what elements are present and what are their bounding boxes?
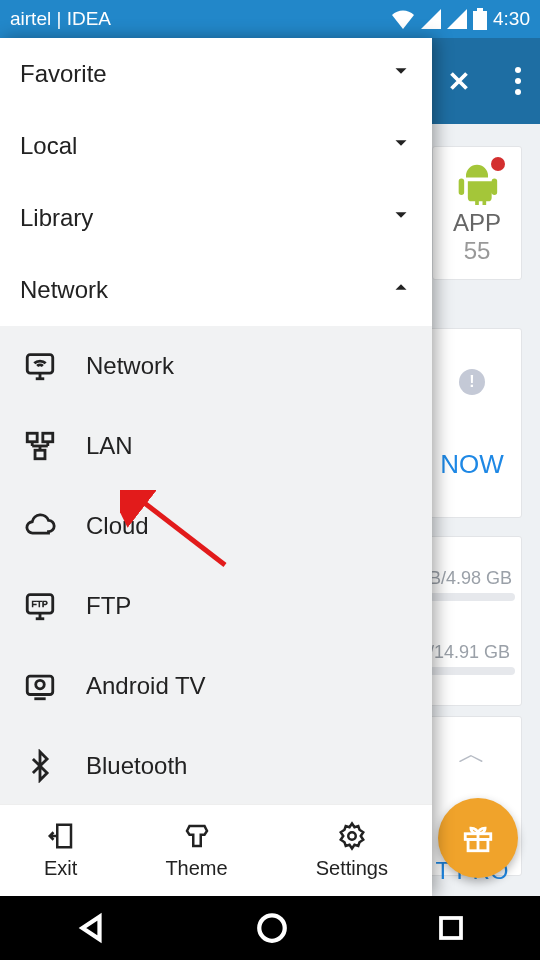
app-card[interactable]: APP 55: [432, 146, 522, 280]
drawer-bottom-bar: Exit Theme Settings: [0, 804, 432, 896]
svg-rect-0: [473, 11, 487, 30]
section-label: Network: [20, 276, 108, 304]
network-item-bluetooth[interactable]: Bluetooth: [0, 726, 432, 804]
item-label: LAN: [86, 432, 133, 460]
chevron-down-icon: [390, 132, 412, 160]
network-item-network[interactable]: Network: [0, 326, 432, 406]
drawer-section-favorite[interactable]: Favorite: [0, 38, 432, 110]
chevron-up-icon: [390, 276, 412, 304]
exit-button[interactable]: Exit: [44, 821, 77, 880]
svg-rect-25: [57, 825, 71, 848]
wifi-icon: [391, 9, 415, 29]
drawer-section-local[interactable]: Local: [0, 110, 432, 182]
exit-icon: [46, 821, 76, 851]
network-item-androidtv[interactable]: Android TV: [0, 646, 432, 726]
drawer-section-network[interactable]: Network: [0, 254, 432, 326]
gift-icon: [461, 821, 495, 855]
chevron-down-icon: [390, 60, 412, 88]
item-label: Android TV: [86, 672, 206, 700]
storage-card[interactable]: B/4.98 GB /14.91 GB: [422, 536, 522, 706]
tv-icon: [22, 668, 58, 704]
svg-rect-13: [35, 450, 45, 459]
settings-button[interactable]: Settings: [316, 821, 388, 880]
network-monitor-icon: [22, 348, 58, 384]
theme-button[interactable]: Theme: [165, 821, 227, 880]
back-button[interactable]: [74, 911, 108, 945]
gear-icon: [337, 821, 367, 851]
section-label: Local: [20, 132, 77, 160]
chevron-up-icon: ︿: [458, 735, 486, 773]
storage-total-2: /14.91 GB: [429, 642, 510, 662]
overflow-icon[interactable]: [514, 66, 522, 96]
bluetooth-icon: [22, 748, 58, 784]
now-text: NOW: [440, 449, 504, 480]
chevron-down-icon: [390, 204, 412, 232]
network-sublist: Network LAN Cloud FTP FTP Android TV: [0, 326, 432, 804]
signal-icon: [447, 9, 467, 29]
clock-text: 4:30: [493, 8, 530, 30]
item-label: Cloud: [86, 512, 149, 540]
svg-point-26: [348, 832, 356, 840]
drawer-section-library[interactable]: Library: [0, 182, 432, 254]
cloud-icon: [22, 508, 58, 544]
svg-point-3: [515, 78, 521, 84]
app-label: APP: [453, 209, 501, 237]
svg-point-2: [515, 67, 521, 73]
carrier-text: airtel | IDEA: [10, 8, 111, 30]
nav-drawer: Favorite Local Library Network Network: [0, 38, 432, 896]
gift-fab[interactable]: [438, 798, 518, 878]
signal-icon: [421, 9, 441, 29]
system-nav-bar: [0, 896, 540, 960]
svg-point-28: [259, 915, 285, 941]
svg-text:FTP: FTP: [32, 599, 48, 609]
red-dot-badge: [491, 157, 505, 171]
network-item-lan[interactable]: LAN: [0, 406, 432, 486]
svg-rect-29: [441, 918, 461, 938]
item-label: Network: [86, 352, 174, 380]
recent-button[interactable]: [436, 913, 466, 943]
info-icon: !: [459, 369, 485, 395]
exit-label: Exit: [44, 857, 77, 880]
android-icon: [455, 161, 499, 205]
close-icon[interactable]: [444, 66, 474, 96]
settings-label: Settings: [316, 857, 388, 880]
analyze-card[interactable]: ! NOW: [422, 328, 522, 518]
network-item-ftp[interactable]: FTP FTP: [0, 566, 432, 646]
home-button[interactable]: [255, 911, 289, 945]
network-item-cloud[interactable]: Cloud: [0, 486, 432, 566]
app-count: 55: [464, 237, 491, 265]
theme-label: Theme: [165, 857, 227, 880]
storage-bar-2: [429, 667, 515, 675]
lan-icon: [22, 428, 58, 464]
svg-rect-11: [27, 433, 37, 442]
svg-rect-1: [477, 8, 483, 11]
storage-total-1: /4.98 GB: [441, 568, 512, 588]
storage-bar-1: [429, 593, 515, 601]
svg-point-4: [515, 89, 521, 95]
item-label: FTP: [86, 592, 131, 620]
ftp-icon: FTP: [22, 588, 58, 624]
battery-icon: [473, 8, 487, 30]
item-label: Bluetooth: [86, 752, 187, 780]
svg-rect-12: [43, 433, 53, 442]
svg-point-24: [36, 680, 45, 689]
svg-rect-22: [27, 676, 53, 694]
section-label: Library: [20, 204, 93, 232]
section-label: Favorite: [20, 60, 107, 88]
theme-icon: [182, 821, 212, 851]
status-bar: airtel | IDEA 4:30: [0, 0, 540, 38]
